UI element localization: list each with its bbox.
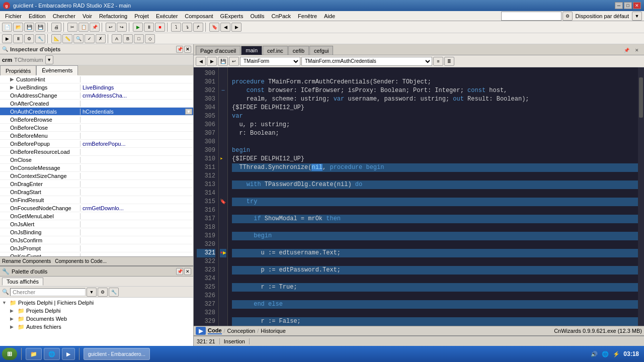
code-content[interactable]: procedure TMainForm.crmAuthCredentials(S… — [228, 67, 644, 326]
prop-row-onjsconfirm[interactable]: OnJsConfirm — [0, 236, 193, 244]
comp-btn-13[interactable]: ◇ — [145, 34, 155, 43]
prop-row-onbeforeclose[interactable]: OnBeforeClose — [0, 124, 193, 132]
comp-btn-11[interactable]: B — [123, 34, 133, 43]
editor-close-btn[interactable]: ✕ — [632, 46, 642, 55]
method-dropdown[interactable]: TMainForm.crmAuthCredentials — [301, 57, 432, 66]
prop-row-onbeforeresourceload[interactable]: OnBeforeResourceLoad — [0, 148, 193, 156]
comp-btn-7[interactable]: 🔍 — [73, 34, 84, 43]
taskbar-rad-studio-btn[interactable]: guiclient - Embarcadero... — [84, 348, 150, 360]
menu-fichier[interactable]: Fichier — [2, 13, 25, 20]
prop-val-btn[interactable]: ▼ — [185, 109, 192, 115]
scrollbar-thumb[interactable] — [639, 77, 643, 118]
step-out-btn[interactable]: ↱ — [193, 23, 203, 32]
taskbar-media-btn[interactable]: ▶ — [62, 348, 75, 360]
comp-btn-3[interactable]: ⚙ — [24, 34, 34, 43]
undo-btn[interactable]: ↩ — [106, 23, 116, 32]
props-list[interactable]: ▶CustomHint ▶LiveBindings LiveBindings O… — [0, 75, 193, 256]
taskbar-file-explorer-btn[interactable]: 📁 — [26, 348, 42, 360]
comp-btn-8[interactable]: ✓ — [85, 34, 95, 43]
editor-pin-btn[interactable]: 📌 — [621, 46, 631, 55]
prop-row-onconsolemessage[interactable]: OnConsoleMessage — [0, 164, 193, 172]
prop-row-onauthcredentials[interactable]: OnAuthCredentials hCredentials ▼ — [0, 108, 193, 116]
menu-edition[interactable]: Edition — [26, 13, 49, 20]
tab-tous-affiches[interactable]: Tous affichés — [2, 278, 43, 286]
prop-row-onbeforebrowse[interactable]: OnBeforeBrowse — [0, 116, 193, 124]
stop-btn[interactable]: ■ — [155, 23, 165, 32]
ed-save-btn[interactable]: 💾 — [218, 57, 228, 66]
prev-btn[interactable]: ◀ — [220, 23, 230, 32]
prop-row-onbeforemenu[interactable]: OnBeforeMenu — [0, 132, 193, 140]
tab-proprietes[interactable]: Propriétés — [0, 65, 36, 75]
paste-btn[interactable]: 📌 — [90, 23, 100, 32]
vertical-scrollbar[interactable] — [638, 67, 644, 326]
run-btn[interactable]: ▶ — [133, 23, 143, 32]
prop-row-onbeforepopup[interactable]: OnBeforePopup crmBeforePopu... — [0, 140, 193, 148]
prop-row-onaddresschange[interactable]: OnAddressChange crmAddressCha... — [0, 92, 193, 100]
comp-btn-10[interactable]: A — [112, 34, 122, 43]
prop-row-ondragstart[interactable]: OnDragStart — [0, 188, 193, 196]
code-editor[interactable]: 300 301 302 303 304 305 306 307 308 309 … — [194, 67, 644, 326]
ed-prev-class-btn[interactable]: ◀ — [196, 57, 206, 66]
start-button[interactable]: ⊞ — [2, 348, 17, 360]
save-btn[interactable]: 💾 — [24, 23, 34, 32]
config-btn[interactable]: 🔧 — [109, 288, 119, 297]
menu-projet[interactable]: Projet — [131, 13, 152, 20]
prop-row-ongetmenulabel[interactable]: OnGetMenuLabel — [0, 212, 193, 220]
comp-btn-2[interactable]: ⏸ — [13, 34, 23, 43]
menu-gexperts[interactable]: GExperts — [217, 13, 247, 20]
options-btn[interactable]: ⚙ — [98, 288, 108, 297]
tab-cefgui[interactable]: cefgui — [309, 46, 333, 55]
comp-btn-9[interactable]: ✗ — [96, 34, 106, 43]
tree-autres-fichiers[interactable]: ▶ 📁 Autres fichiers — [2, 323, 191, 331]
ed-method-btn1[interactable]: ≡ — [433, 57, 443, 66]
theme-icon[interactable]: ⚙ — [562, 12, 573, 21]
step-into-btn[interactable]: ↴ — [182, 23, 192, 32]
prop-row-customhint[interactable]: ▶CustomHint — [0, 75, 193, 83]
print-btn[interactable]: 🖨 — [51, 23, 61, 32]
obj-dropdown-btn[interactable]: ▼ — [45, 55, 53, 64]
comp-btn-6[interactable]: 📏 — [62, 34, 72, 43]
comp-btn-1[interactable]: ▶ — [2, 34, 12, 43]
tree-documents-web[interactable]: ▶ 📁 Documents Web — [2, 315, 191, 323]
bookmark-btn[interactable]: 🔖 — [209, 23, 219, 32]
menu-executer[interactable]: Exécuter — [153, 13, 181, 20]
menu-refactoring[interactable]: Refactoring — [96, 13, 130, 20]
maximize-button[interactable]: □ — [624, 2, 632, 9]
disposition-dropdown-btn[interactable]: ▼ — [632, 12, 642, 21]
tab-main[interactable]: main — [241, 46, 262, 55]
prop-row-onjsbinding[interactable]: OnJsBinding — [0, 228, 193, 236]
menu-voir[interactable]: Voir — [79, 13, 95, 20]
tab-evenements[interactable]: Évènements — [36, 65, 78, 75]
prop-row-onfindresult[interactable]: OnFindResult — [0, 196, 193, 204]
tree-projets-delphi-fichiers[interactable]: ▼ 📁 Projets Delphi | Fichiers Delphi — [2, 299, 191, 307]
tab-page-accueil[interactable]: Page d'accueil — [196, 46, 240, 55]
prop-row-livebindings[interactable]: ▶LiveBindings LiveBindings — [0, 83, 193, 92]
prop-row-onclose[interactable]: OnClose — [0, 156, 193, 164]
inspector-close-btn[interactable]: ✕ — [184, 46, 191, 53]
redo-btn[interactable]: ↪ — [117, 23, 127, 32]
filter-btn[interactable]: ▼ — [87, 288, 97, 297]
bottom-historique-tab[interactable]: Historique — [261, 328, 286, 334]
comp-btn-5[interactable]: 📐 — [51, 34, 61, 43]
bottom-code-tab[interactable]: Code — [208, 327, 222, 334]
taskbar-browser-btn[interactable]: 🌐 — [44, 348, 60, 360]
tab-cefib[interactable]: cefib — [288, 46, 309, 55]
palette-search-input[interactable] — [10, 288, 86, 296]
menu-fenetre[interactable]: Fenêtre — [295, 13, 320, 20]
prop-row-ondragenter[interactable]: OnDragEnter — [0, 180, 193, 188]
menu-aide[interactable]: Aide — [321, 13, 338, 20]
comp-btn-4[interactable]: 🔧 — [35, 34, 45, 43]
ed-method-btn2[interactable]: ≣ — [444, 57, 454, 66]
open-btn[interactable]: 📂 — [13, 23, 23, 32]
ed-undo-btn[interactable]: ↩ — [229, 57, 239, 66]
menu-composant[interactable]: Composant — [182, 13, 216, 20]
menu-chercher[interactable]: Chercher — [50, 13, 78, 20]
pause-btn[interactable]: ⏸ — [144, 23, 154, 32]
new-btn[interactable]: 📄 — [2, 23, 12, 32]
tab-cef-inc[interactable]: cef.inc — [263, 46, 288, 55]
cut-btn[interactable]: ✂ — [67, 23, 77, 32]
class-dropdown[interactable]: TMainForm — [240, 57, 300, 66]
minimize-button[interactable]: ─ — [615, 2, 623, 9]
close-button[interactable]: ✕ — [633, 2, 641, 9]
prop-row-oncontextsizechange[interactable]: OnContextSizeChange — [0, 172, 193, 180]
